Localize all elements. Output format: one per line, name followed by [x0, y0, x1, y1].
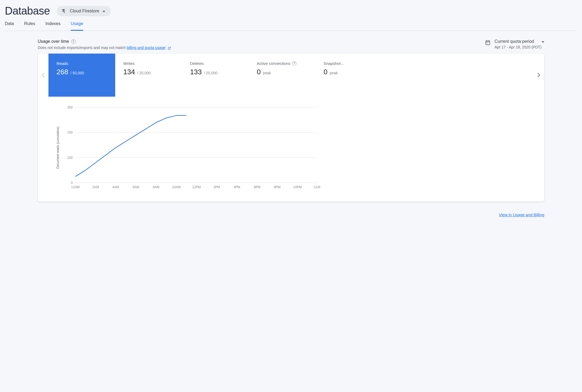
svg-text:200: 200: [67, 131, 73, 134]
metric-writes[interactable]: Writes134/ 20,000: [115, 54, 182, 97]
metric-value: 134: [123, 68, 135, 76]
metrics-next-button[interactable]: [534, 54, 544, 97]
caret-down-icon: [103, 9, 105, 13]
svg-text:12AM: 12AM: [71, 185, 79, 189]
tab-data[interactable]: Data: [5, 21, 14, 31]
svg-text:10AM: 10AM: [172, 185, 180, 189]
database-selector[interactable]: Cloud Firestore: [57, 6, 110, 16]
svg-text:100: 100: [67, 156, 73, 160]
metric-label: Active connections: [257, 61, 290, 66]
page-title: Database: [5, 5, 50, 17]
metric-limit: peak: [329, 71, 338, 75]
svg-text:10PM: 10PM: [293, 185, 301, 189]
metric-value: 0: [257, 68, 261, 76]
metric-snapshot-[interactable]: Snapshot...0peak: [315, 54, 382, 97]
metric-limit: peak: [263, 71, 271, 75]
metric-reads[interactable]: Reads268/ 50,000: [48, 54, 115, 97]
svg-text:8PM: 8PM: [274, 185, 281, 189]
metric-limit: / 50,000: [70, 71, 84, 75]
tab-indexes[interactable]: Indexes: [45, 21, 61, 31]
help-icon[interactable]: ?: [71, 39, 76, 44]
svg-text:6AM: 6AM: [133, 185, 139, 189]
svg-line-0: [169, 47, 171, 49]
svg-text:2PM: 2PM: [213, 185, 220, 189]
period-selector[interactable]: Current quota period Apr 17 - Apr 18, 20…: [485, 39, 544, 49]
calendar-icon: [485, 40, 491, 46]
help-icon[interactable]: ?: [292, 61, 296, 66]
tab-rules[interactable]: Rules: [24, 21, 35, 31]
svg-text:6PM: 6PM: [254, 185, 261, 189]
svg-text:12AM: 12AM: [313, 185, 320, 189]
svg-rect-1: [487, 43, 488, 43]
usage-card: Reads268/ 50,000Writes134/ 20,000Deletes…: [38, 54, 544, 202]
metric-limit: / 20,000: [204, 71, 218, 75]
svg-text:12PM: 12PM: [192, 185, 201, 189]
usage-chart: 010020030012AM2AM4AM6AM8AM10AM12PM2PM4PM…: [62, 105, 320, 191]
svg-text:8AM: 8AM: [153, 185, 160, 189]
metrics-prev-button[interactable]: [38, 54, 48, 97]
period-label: Current quota period: [495, 39, 534, 44]
metric-label: Writes: [123, 61, 135, 66]
chart-y-axis-label: Document reads (cumulative): [54, 105, 62, 191]
billing-quota-link[interactable]: billing and quota usage: [127, 46, 166, 50]
metric-label: Deletes: [190, 61, 204, 66]
database-selector-label: Cloud Firestore: [70, 9, 99, 13]
metric-value: 0: [324, 68, 327, 76]
view-usage-billing-link[interactable]: View in Usage and Billing: [499, 212, 544, 217]
metric-deletes[interactable]: Deletes133/ 20,000: [182, 54, 249, 97]
svg-text:4PM: 4PM: [234, 185, 240, 189]
svg-text:4AM: 4AM: [113, 185, 119, 189]
svg-text:300: 300: [67, 106, 73, 109]
firestore-icon: [61, 8, 66, 14]
metric-value: 133: [190, 68, 202, 76]
metric-limit: / 20,000: [137, 71, 151, 75]
caret-down-icon: [542, 39, 544, 44]
metric-active-connections[interactable]: Active connections?0peak: [249, 54, 315, 97]
usage-subtitle: Does not include imports/exports and may…: [38, 46, 171, 50]
usage-over-time-title: Usage over time: [38, 39, 69, 44]
svg-text:2AM: 2AM: [92, 185, 99, 189]
external-link-icon: [168, 46, 171, 50]
period-range: Apr 17 - Apr 18, 2020 (PDT): [495, 45, 544, 49]
svg-text:0: 0: [71, 181, 73, 185]
metric-value: 268: [57, 68, 68, 76]
metric-label: Snapshot...: [324, 61, 344, 66]
metric-label: Reads: [57, 61, 68, 66]
tab-usage[interactable]: Usage: [71, 21, 83, 31]
tabs: DataRulesIndexesUsage: [5, 21, 577, 31]
